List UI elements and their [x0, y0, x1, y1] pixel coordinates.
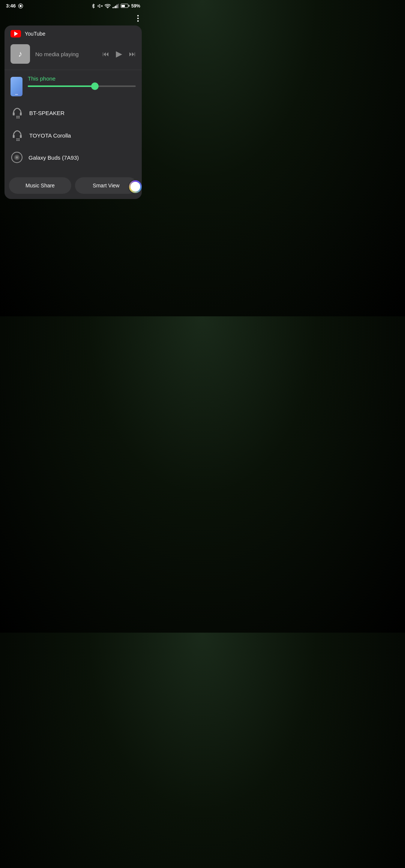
svg-point-5 — [107, 7, 108, 8]
this-phone-right: This phone — [28, 75, 136, 87]
svg-rect-11 — [18, 117, 20, 118]
status-right: 59% — [91, 3, 140, 9]
svg-rect-9 — [18, 116, 20, 117]
phone-icon — [10, 77, 22, 96]
svg-rect-6 — [13, 112, 15, 115]
battery-percent: 59% — [131, 3, 140, 9]
svg-rect-13 — [20, 135, 22, 138]
youtube-header: YouTube — [4, 25, 142, 41]
dot2 — [137, 18, 139, 19]
floating-avatar — [128, 180, 142, 194]
notification-icon — [18, 3, 23, 9]
three-dot-menu[interactable] — [136, 13, 140, 23]
play-button[interactable]: ▶ — [116, 49, 122, 59]
svg-marker-2 — [98, 4, 100, 7]
music-note-icon: ♪ — [18, 49, 22, 59]
bluetooth-icon — [91, 3, 96, 9]
dot3 — [137, 20, 139, 22]
svg-rect-17 — [18, 140, 20, 141]
toyota-icon — [10, 129, 24, 142]
svg-rect-16 — [16, 140, 18, 141]
signal-icon — [112, 4, 119, 8]
media-title: No media playing — [35, 51, 97, 57]
youtube-play-triangle — [14, 31, 18, 36]
volume-slider[interactable] — [28, 85, 136, 87]
galaxy-buds-name: Galaxy Buds (7A93) — [28, 154, 79, 161]
media-controls: ⏮ ▶ ⏭ — [102, 49, 136, 59]
prev-button[interactable]: ⏮ — [102, 50, 109, 58]
this-phone-item[interactable]: This phone — [10, 75, 136, 96]
svg-rect-12 — [13, 135, 15, 138]
youtube-icon — [10, 30, 21, 37]
svg-rect-7 — [20, 112, 22, 115]
svg-point-20 — [16, 156, 18, 159]
galaxy-buds-icon — [10, 151, 23, 164]
bottom-buttons: Music Share Smart View — [4, 174, 142, 199]
toyota-name: TOYOTA Corolla — [29, 132, 71, 139]
svg-rect-15 — [18, 138, 20, 139]
dot1 — [137, 15, 139, 16]
mute-icon — [98, 3, 103, 9]
svg-rect-14 — [16, 138, 18, 139]
music-share-button[interactable]: Music Share — [9, 177, 71, 194]
status-left: 3:46 — [6, 3, 23, 9]
app-name: YouTube — [25, 31, 45, 37]
svg-rect-8 — [16, 116, 18, 117]
volume-fill — [28, 85, 95, 87]
device-item-bt-speaker[interactable]: BT-SPEAKER — [10, 102, 136, 124]
bt-speaker-icon — [10, 106, 24, 120]
battery-icon — [121, 4, 129, 8]
headset-grid-icon-2 — [10, 129, 24, 142]
media-player: ♪ No media playing ⏮ ▶ ⏭ — [4, 41, 142, 70]
next-button[interactable]: ⏭ — [129, 50, 136, 58]
svg-rect-10 — [16, 117, 18, 118]
audio-output-section: This phone — [4, 70, 142, 174]
status-bar: 3:46 — [0, 0, 146, 10]
device-item-toyota[interactable]: TOYOTA Corolla — [10, 124, 136, 147]
wifi-icon — [105, 4, 111, 8]
avatar-inner — [130, 182, 140, 192]
svg-point-1 — [20, 5, 22, 7]
time: 3:46 — [6, 3, 16, 9]
this-phone-label: This phone — [28, 75, 136, 82]
album-art: ♪ — [10, 44, 30, 64]
buds-icon-svg — [10, 151, 23, 164]
headset-grid-icon-1 — [10, 106, 24, 120]
bt-speaker-name: BT-SPEAKER — [29, 110, 64, 116]
media-panel: YouTube ♪ No media playing ⏮ ▶ ⏭ This ph… — [4, 25, 142, 199]
smart-view-button[interactable]: Smart View — [75, 177, 137, 194]
volume-thumb[interactable] — [91, 82, 99, 90]
device-item-galaxy-buds[interactable]: Galaxy Buds (7A93) — [10, 147, 136, 168]
